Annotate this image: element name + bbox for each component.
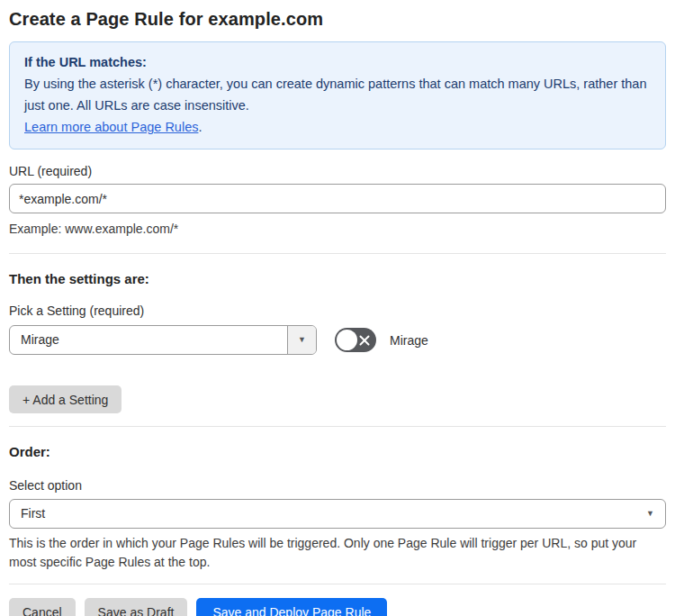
chevron-down-icon: ▼ xyxy=(646,510,654,518)
save-deploy-button[interactable]: Save and Deploy Page Rule xyxy=(196,598,387,616)
url-input[interactable] xyxy=(9,184,666,213)
divider xyxy=(9,584,666,584)
toggle-label: Mirage xyxy=(390,333,428,348)
setting-row: Mirage ▼ Mirage xyxy=(9,325,666,355)
link-suffix: . xyxy=(198,120,202,134)
url-helper: Example: www.example.com/* xyxy=(9,220,666,239)
divider xyxy=(9,426,666,427)
mirage-toggle[interactable] xyxy=(335,328,376,352)
chevron-down-icon: ▼ xyxy=(298,336,306,344)
order-select[interactable]: First ▼ xyxy=(9,499,666,529)
order-select-label: Select option xyxy=(9,478,666,493)
order-helper: This is the order in which your Page Rul… xyxy=(9,534,662,572)
setting-select[interactable]: Mirage ▼ xyxy=(9,325,317,355)
add-setting-button[interactable]: + Add a Setting xyxy=(9,385,122,413)
url-label: URL (required) xyxy=(9,164,666,178)
divider xyxy=(9,253,666,254)
info-box-heading: If the URL matches: xyxy=(24,51,651,73)
toggle-knob xyxy=(337,330,357,350)
settings-heading: Then the settings are: xyxy=(9,271,666,286)
footer-actions: Cancel Save as Draft Save and Deploy Pag… xyxy=(9,598,666,616)
cancel-button[interactable]: Cancel xyxy=(9,598,76,616)
page-rule-form: Create a Page Rule for example.com If th… xyxy=(0,9,675,616)
order-select-value: First xyxy=(21,500,646,528)
order-heading: Order: xyxy=(9,444,666,459)
pick-setting-label: Pick a Setting (required) xyxy=(9,303,666,318)
page-rules-link[interactable]: Learn more about Page Rules xyxy=(24,120,198,134)
x-icon xyxy=(359,335,370,346)
setting-select-arrow-button[interactable]: ▼ xyxy=(287,326,316,354)
info-box: If the URL matches: By using the asteris… xyxy=(9,41,666,149)
info-box-body: By using the asterisk (*) character, you… xyxy=(24,73,651,116)
info-box-link-line: Learn more about Page Rules. xyxy=(24,116,651,138)
page-title: Create a Page Rule for example.com xyxy=(9,9,666,30)
save-draft-button[interactable]: Save as Draft xyxy=(85,598,188,616)
setting-select-value: Mirage xyxy=(10,326,287,354)
